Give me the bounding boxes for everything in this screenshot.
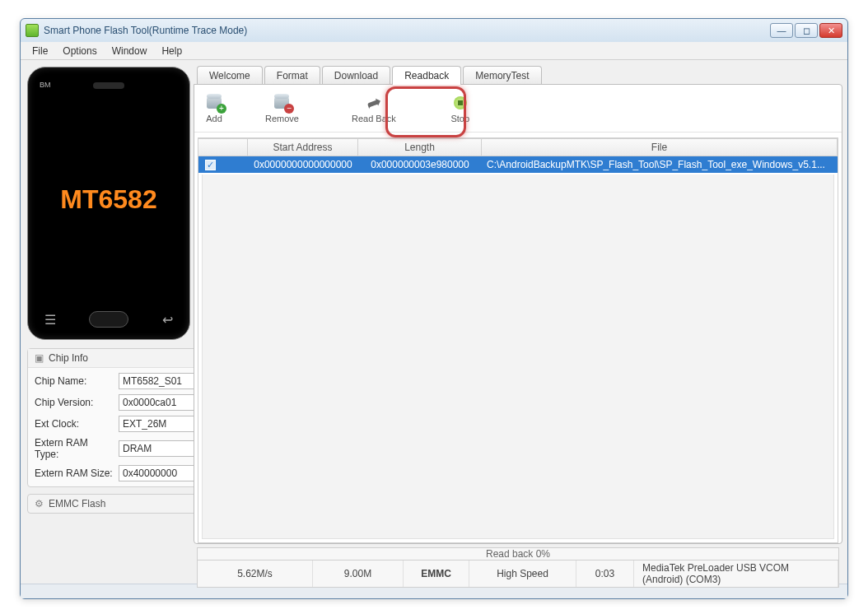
status-total: 9.00M	[313, 561, 404, 587]
home-button-icon	[89, 311, 128, 328]
phone-chip-label: MT6582	[60, 184, 156, 215]
back-arrow-icon: ➦	[363, 90, 385, 115]
label-ram-size: Extern RAM Size:	[35, 467, 114, 479]
status-area: Read back 0% 5.62M/s 9.00M EMMC High Spe…	[197, 547, 839, 580]
right-pane: Welcome Format Download Readback MemoryT…	[194, 60, 847, 584]
app-icon	[26, 24, 39, 37]
stop-icon	[454, 96, 467, 109]
phone-preview: BM MT6582 ☰ ↩	[27, 67, 190, 340]
readback-grid: Start Address Length File ✓ 0x0000000000…	[198, 137, 838, 543]
menubar: File Options Window Help	[21, 42, 847, 60]
menu-file[interactable]: File	[26, 44, 54, 58]
readback-button[interactable]: ➦ Read Back	[338, 94, 409, 123]
grid-empty-area	[202, 174, 834, 539]
database-remove-icon: −	[274, 97, 289, 109]
database-add-icon: +	[207, 97, 222, 109]
col-file[interactable]: File	[482, 139, 838, 156]
menu-options[interactable]: Options	[56, 44, 103, 58]
label-chip-version: Chip Version:	[35, 397, 114, 408]
cell-start: 0x0000000000000000	[248, 156, 358, 173]
tab-download[interactable]: Download	[322, 66, 390, 85]
table-row[interactable]: ✓ 0x0000000000000000 0x000000003e980000 …	[198, 156, 838, 173]
close-button[interactable]: ✕	[819, 23, 842, 38]
phone-buttons: ☰ ↩	[28, 311, 189, 328]
progress-bar: Read back 0%	[197, 547, 839, 561]
status-cells: 5.62M/s 9.00M EMMC High Speed 0:03 Media…	[197, 561, 839, 588]
menu-help[interactable]: Help	[155, 44, 189, 58]
gear-icon: ⚙	[35, 498, 44, 509]
maximize-button[interactable]: ◻	[795, 23, 818, 38]
tab-content: + Add − Remove ➦ Read Back Stop	[194, 84, 842, 544]
remove-button[interactable]: − Remove	[265, 94, 299, 123]
app-window: Smart Phone Flash Tool(Runtime Trace Mod…	[20, 18, 848, 599]
status-storage: EMMC	[404, 561, 469, 587]
stop-button[interactable]: Stop	[449, 94, 472, 123]
window-title: Smart Phone Flash Tool(Runtime Trace Mod…	[44, 25, 770, 36]
left-pane: BM MT6582 ☰ ↩ ▣ Chip Info	[21, 60, 194, 584]
status-time: 0:03	[576, 561, 634, 587]
titlebar[interactable]: Smart Phone Flash Tool(Runtime Trace Mod…	[21, 19, 847, 42]
status-mode: High Speed	[469, 561, 576, 587]
label-ext-clock: Ext Clock:	[35, 418, 114, 430]
phone-brand: BM	[40, 81, 51, 89]
tab-memorytest[interactable]: MemoryTest	[463, 66, 541, 85]
minimize-button[interactable]: —	[770, 23, 793, 38]
col-check[interactable]	[198, 139, 248, 156]
col-start[interactable]: Start Address	[248, 139, 358, 156]
tabstrip: Welcome Format Download Readback MemoryT…	[194, 65, 842, 84]
col-length[interactable]: Length	[358, 139, 482, 156]
add-button[interactable]: + Add	[203, 94, 226, 123]
menu-window[interactable]: Window	[105, 44, 154, 58]
menu-softkey-icon: ☰	[44, 312, 56, 328]
chip-icon: ▣	[35, 352, 44, 364]
tab-format[interactable]: Format	[264, 66, 320, 85]
cell-length: 0x000000003e980000	[358, 156, 482, 173]
row-checkbox[interactable]: ✓	[205, 160, 216, 170]
client-area: BM MT6582 ☰ ↩ ▣ Chip Info	[21, 60, 847, 584]
tab-welcome[interactable]: Welcome	[197, 66, 263, 85]
status-speed: 5.62M/s	[198, 561, 313, 587]
progress-text: Read back 0%	[486, 548, 550, 560]
label-chip-name: Chip Name:	[35, 375, 114, 387]
phone-speaker	[93, 82, 124, 89]
grid-header: Start Address Length File	[198, 138, 838, 156]
readback-toolbar: + Add − Remove ➦ Read Back Stop	[194, 85, 842, 133]
phone-screen: MT6582	[36, 100, 181, 298]
tab-readback[interactable]: Readback	[392, 66, 461, 85]
back-softkey-icon: ↩	[162, 312, 173, 328]
status-device: MediaTek PreLoader USB VCOM (Android) (C…	[634, 561, 838, 587]
label-ram-type: Extern RAM Type:	[35, 437, 114, 460]
cell-file: C:\AndroidBackupMTK\SP_Flash_Tool\SP_Fla…	[482, 156, 838, 173]
window-controls: — ◻ ✕	[770, 23, 842, 38]
emmc-label: EMMC Flash	[49, 498, 105, 509]
